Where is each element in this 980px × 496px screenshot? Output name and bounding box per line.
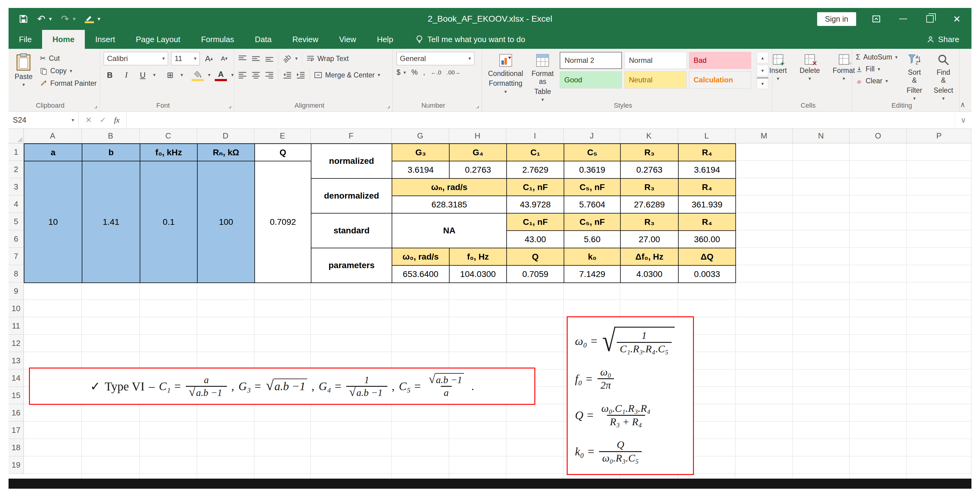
grid-cell[interactable]: [24, 352, 82, 369]
grid-cell[interactable]: [197, 474, 255, 479]
grid-cell[interactable]: [449, 300, 506, 317]
table-cell[interactable]: R₃: [621, 179, 679, 196]
grid-cell[interactable]: [907, 248, 972, 265]
grid-cell[interactable]: [735, 248, 793, 265]
grid-cell[interactable]: [140, 283, 197, 300]
table-cell[interactable]: C₁, nF: [507, 213, 564, 231]
grid-cell[interactable]: [140, 317, 197, 335]
row-header-1[interactable]: 1: [8, 143, 24, 161]
grid-cell[interactable]: [793, 300, 850, 317]
grid-cell[interactable]: [735, 369, 793, 387]
table-cell[interactable]: 628.3185: [392, 196, 507, 213]
table-cell[interactable]: 27.00: [621, 231, 679, 248]
grid-cell[interactable]: [793, 439, 850, 456]
underline-caret-icon[interactable]: ▾: [153, 73, 156, 78]
wrap-text-button[interactable]: Wrap Text: [307, 55, 349, 63]
accounting-format-button[interactable]: $▾: [396, 68, 406, 76]
grid-cell[interactable]: [255, 317, 311, 335]
grid-cell[interactable]: [391, 283, 449, 300]
formula-input[interactable]: [127, 112, 955, 129]
grid-cell[interactable]: [255, 404, 311, 421]
increase-indent-icon[interactable]: [296, 71, 305, 79]
table-cell[interactable]: 0.2763: [450, 161, 507, 179]
grid-cell[interactable]: [793, 265, 850, 283]
grid-cell[interactable]: [82, 439, 140, 456]
grid-cell[interactable]: [793, 283, 850, 300]
grid-cell[interactable]: [506, 439, 564, 456]
column-header-A[interactable]: A: [24, 129, 82, 143]
grid-cell[interactable]: [506, 456, 564, 474]
row-header-16[interactable]: 16: [8, 404, 24, 421]
grid-cell[interactable]: [24, 317, 82, 335]
grid-cell[interactable]: [197, 300, 255, 317]
minimize-button[interactable]: [896, 12, 910, 25]
grid-cell[interactable]: [140, 439, 197, 456]
row-header-14[interactable]: 14: [8, 369, 24, 387]
italic-button[interactable]: I: [120, 69, 132, 81]
grid-cell[interactable]: [735, 178, 793, 196]
grid-cell[interactable]: [82, 352, 140, 369]
table-cell[interactable]: 653.6400: [392, 266, 450, 283]
grid-cell[interactable]: [255, 352, 311, 369]
decrease-indent-icon[interactable]: [283, 71, 292, 79]
grid-cell[interactable]: [793, 474, 850, 479]
table-cell[interactable]: 0.1: [140, 161, 198, 283]
grid-cell[interactable]: [850, 230, 907, 248]
grid-cell[interactable]: [449, 283, 506, 300]
orientation-caret-icon[interactable]: ▾: [295, 56, 298, 61]
grid-cell[interactable]: [850, 178, 907, 196]
table-cell[interactable]: f₀, kHz: [140, 144, 198, 161]
style-tile-bad[interactable]: Bad: [689, 52, 751, 69]
table-cell[interactable]: Q: [507, 248, 564, 266]
autosum-button[interactable]: Σ AutoSum ▾: [856, 53, 898, 61]
grid-cell[interactable]: [850, 387, 907, 404]
grid-cell[interactable]: [907, 143, 972, 161]
grid-cell[interactable]: [793, 404, 850, 421]
font-color-caret-icon[interactable]: ▾: [231, 73, 234, 78]
column-header-O[interactable]: O: [850, 129, 907, 143]
table-cell[interactable]: 104.0300: [450, 266, 507, 283]
table-cell[interactable]: 27.6289: [621, 196, 679, 213]
grid-cell[interactable]: [850, 474, 907, 479]
grid-cell[interactable]: [140, 474, 197, 479]
table-cell[interactable]: 5.7604: [564, 196, 621, 213]
clear-button[interactable]: Clear ▾: [856, 77, 898, 85]
tab-insert[interactable]: Insert: [85, 30, 126, 49]
number-format-select[interactable]: General ▾: [396, 52, 474, 65]
grid-cell[interactable]: [24, 404, 82, 421]
merge-center-button[interactable]: Merge & Center ▾: [314, 71, 380, 79]
table-cell[interactable]: Δf₀, Hz: [621, 248, 679, 266]
font-name-select[interactable]: Calibri ▾: [104, 52, 168, 65]
grid-cell[interactable]: [850, 248, 907, 265]
grid-cell[interactable]: [735, 265, 793, 283]
grid-cell[interactable]: [82, 335, 140, 352]
grid-cell[interactable]: [82, 317, 140, 335]
grid-cell[interactable]: [311, 283, 391, 300]
redo-caret-icon[interactable]: ▾: [73, 16, 76, 22]
table-cell[interactable]: 360.00: [679, 231, 736, 248]
grid-cell[interactable]: [506, 352, 564, 369]
row-header-15[interactable]: 15: [8, 387, 24, 404]
table-cell[interactable]: denormalized: [312, 179, 392, 213]
tell-me-box[interactable]: Tell me what you want to do: [407, 30, 535, 49]
copy-button[interactable]: Copy ▾: [40, 67, 97, 75]
grid-cell[interactable]: [140, 352, 197, 369]
grid-cell[interactable]: [793, 387, 850, 404]
align-right-icon[interactable]: [265, 71, 274, 79]
grid-cell[interactable]: [850, 439, 907, 456]
format-as-table-button[interactable]: Format as Table ▾: [528, 52, 557, 103]
tab-file[interactable]: File: [8, 30, 42, 49]
table-cell[interactable]: Q: [255, 144, 312, 161]
table-cell[interactable]: NA: [392, 213, 507, 248]
grid-cell[interactable]: [24, 300, 82, 317]
column-header-K[interactable]: K: [620, 129, 678, 143]
undo-button[interactable]: ↶: [37, 13, 45, 25]
grid-cell[interactable]: [850, 196, 907, 213]
table-cell[interactable]: G₄: [450, 144, 507, 161]
grid-cell[interactable]: [449, 456, 506, 474]
column-header-P[interactable]: P: [907, 129, 972, 143]
table-cell[interactable]: f₀, Hz: [450, 248, 507, 266]
grid-cell[interactable]: [197, 421, 255, 439]
style-tile-normal[interactable]: Normal: [624, 52, 687, 69]
style-tile-normal-2[interactable]: Normal 2: [560, 52, 622, 69]
